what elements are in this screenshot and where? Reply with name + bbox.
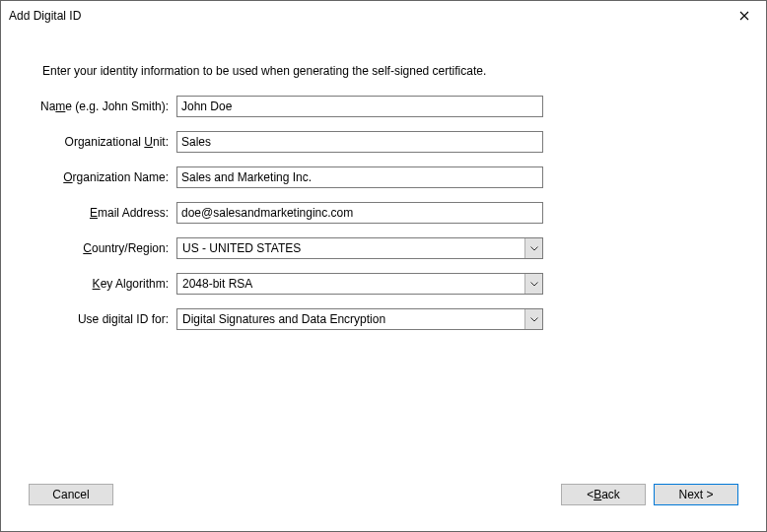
country-select[interactable]: US - UNITED STATES bbox=[176, 237, 543, 259]
chevron-down-icon bbox=[524, 238, 542, 258]
label-org-name: Organization Name: bbox=[40, 170, 176, 184]
intro-text: Enter your identity information to be us… bbox=[42, 64, 727, 78]
key-algorithm-select-value: 2048-bit RSA bbox=[177, 274, 524, 294]
row-name: Name (e.g. John Smith): bbox=[40, 96, 727, 117]
chevron-down-icon bbox=[524, 309, 542, 329]
next-button[interactable]: Next > bbox=[654, 484, 738, 505]
label-use-for: Use digital ID for: bbox=[40, 312, 176, 326]
label-country: Country/Region: bbox=[40, 241, 176, 255]
window-title: Add Digital ID bbox=[9, 9, 722, 23]
titlebar: Add Digital ID bbox=[1, 1, 766, 31]
row-use-for: Use digital ID for: Digital Signatures a… bbox=[40, 308, 727, 330]
dialog-footer: Cancel < Back Next > bbox=[1, 476, 766, 531]
row-org-unit: Organizational Unit: bbox=[40, 131, 727, 153]
row-email: Email Address: bbox=[40, 202, 727, 224]
close-icon bbox=[739, 9, 749, 24]
email-input[interactable] bbox=[176, 202, 543, 224]
use-for-select-value: Digital Signatures and Data Encryption bbox=[177, 309, 524, 329]
chevron-down-icon bbox=[524, 274, 542, 294]
label-name: Name (e.g. John Smith): bbox=[40, 100, 176, 113]
label-email: Email Address: bbox=[40, 206, 176, 220]
close-button[interactable] bbox=[722, 1, 766, 31]
row-org-name: Organization Name: bbox=[40, 166, 727, 188]
org-unit-input[interactable] bbox=[176, 131, 543, 153]
label-org-unit: Organizational Unit: bbox=[40, 135, 176, 149]
row-country: Country/Region: US - UNITED STATES bbox=[40, 237, 727, 259]
org-name-input[interactable] bbox=[176, 166, 543, 188]
back-button[interactable]: < Back bbox=[561, 484, 646, 505]
cancel-button[interactable]: Cancel bbox=[29, 484, 113, 505]
country-select-value: US - UNITED STATES bbox=[177, 238, 524, 258]
name-input[interactable] bbox=[176, 96, 543, 117]
key-algorithm-select[interactable]: 2048-bit RSA bbox=[176, 273, 543, 295]
label-key-algorithm: Key Algorithm: bbox=[40, 277, 176, 291]
row-key-algorithm: Key Algorithm: 2048-bit RSA bbox=[40, 273, 727, 295]
dialog-add-digital-id: Add Digital ID Enter your identity infor… bbox=[0, 0, 767, 532]
use-for-select[interactable]: Digital Signatures and Data Encryption bbox=[176, 308, 543, 330]
dialog-content: Enter your identity information to be us… bbox=[1, 31, 766, 476]
